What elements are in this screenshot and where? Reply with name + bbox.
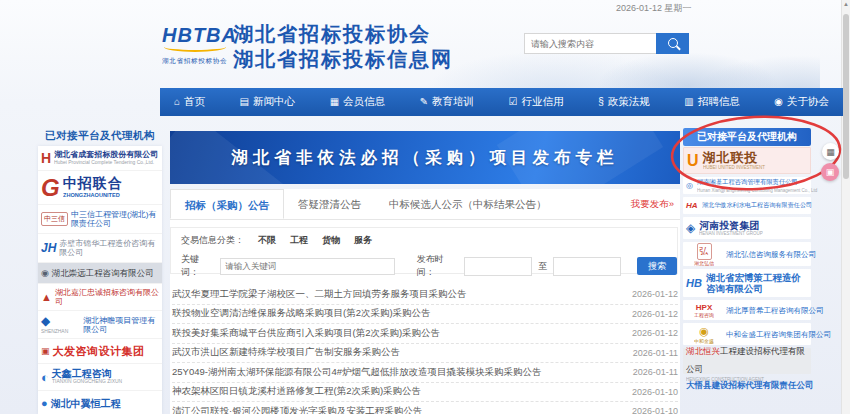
agency-item[interactable]: 弘 湖北弘信 湖北弘信咨询服务有限公司 — [683, 242, 811, 266]
announcement-item[interactable]: 联投物业空调清洁维保服务战略采购项目(第2次采购)采购公告2026-01-12 — [172, 305, 678, 325]
qr-code-icon: ▦ — [826, 147, 835, 157]
tab-clarification-announcement[interactable]: 答疑澄清公告 — [284, 189, 375, 219]
nav-label: 教育培训 — [432, 95, 474, 109]
announcement-date: 2026-01-12 — [632, 289, 678, 299]
agency-name: 湖北弘信咨询服务有限公司 — [726, 250, 816, 259]
banner-title: 湖北省非依法必招（采购）项目发布专栏 — [170, 131, 680, 184]
agency-logo: ◆ — [41, 314, 80, 328]
announcement-date: 2026-01-10 — [632, 387, 678, 397]
agency-logo-caption: 中和金盛 — [694, 339, 714, 342]
announcement-item[interactable]: 武汉华夏理工学院梁子湖校区一、二期土方回填劳务服务项目采购公告2026-01-1… — [172, 285, 678, 305]
agency-item[interactable]: 湖北恒兴工程建设招标代理有限公司 HENGXING CONSTRUCTION A… — [683, 348, 811, 374]
nav-item-policy[interactable]: §政策法规 — [598, 95, 650, 109]
agency-name: 大发咨询设计集团 — [53, 347, 145, 356]
news-icon: ▤ — [240, 97, 249, 107]
agency-logo: ● — [41, 397, 48, 409]
qr-code-button[interactable]: ▦ — [822, 143, 839, 160]
agency-item[interactable]: ◆ SHENZHAN 湖北神瞻项目管理有限公司 — [38, 311, 162, 339]
announcement-item[interactable]: 神农架林区阳日镇龙溪村道路修复工程(第2次采购)采购公告2026-01-10 — [172, 383, 678, 403]
filter-option-services[interactable]: 服务 — [354, 234, 372, 247]
keyword-input[interactable] — [220, 258, 394, 275]
filter-option-goods[interactable]: 货物 — [322, 234, 340, 247]
agency-item[interactable]: ◉ 湖北崇远工程咨询有限公司 — [38, 263, 162, 284]
announcement-item[interactable]: 武汉市洪山区新建特殊学校项目广告制安服务采购公告2026-01-11 — [172, 344, 678, 364]
filter-option-engineering[interactable]: 工程 — [290, 234, 308, 247]
agency-item[interactable]: ◈ 河南投资集团 HENAN INVESTMENT GROUP — [683, 217, 811, 239]
agency-item[interactable]: G 中招联合 ZHONGZHAOUNITED — [38, 171, 162, 205]
announcement-title: 武汉市洪山区新建特殊学校项目广告制安服务采购公告 — [172, 346, 625, 359]
tab-winner-publicity[interactable]: 中标候选人公示（中标结果公告） — [375, 189, 561, 219]
scrollbar-up-arrow-icon[interactable]: ▲ — [842, 1, 850, 7]
education-icon: ✎ — [420, 97, 428, 107]
announcement-item[interactable]: 联投美好集采商城平台供应商引入采购项目(第2次采购)采购公告2026-01-12 — [172, 324, 678, 344]
policy-icon: § — [598, 97, 604, 107]
nav-label: 关于协会 — [787, 95, 829, 109]
agency-logo-caption: 湖北弘信 — [694, 261, 714, 264]
agency-name: 湖北厚普希工程咨询有限公司 — [726, 306, 824, 315]
agency-logo-caption: 工程咨询 — [694, 313, 714, 316]
nav-item-credit[interactable]: ☑行业信用 — [509, 95, 564, 109]
agency-item[interactable]: ▣ 大发咨询设计集团 — [38, 339, 162, 364]
current-date: 2026-01-12 星期一 — [616, 2, 692, 15]
agency-item[interactable]: ▲ 湖北嘉汇忠诚招标咨询有限公司 — [38, 284, 162, 311]
wechat-service-button[interactable]: ▣ — [821, 163, 839, 181]
publish-link[interactable]: 我要发布» — [631, 189, 680, 219]
announcement-date: 2026-01-12 — [632, 309, 678, 319]
agency-logo: HA — [686, 201, 698, 210]
agency-name: 湖北嘉汇忠诚招标咨询有限公司 — [55, 288, 159, 306]
agency-name: 湖北省宏博策工程造价咨询有限公司 — [706, 272, 808, 294]
scrollbar-thumb[interactable] — [843, 14, 849, 179]
agency-item[interactable]: HB 湖北省宏博策工程造价咨询有限公司 — [683, 269, 811, 297]
main-nav: ⌂首页 ▤新闻中心 ▦会员信息 ✎教育培训 ☑行业信用 §政策法规 ▥招聘信息 … — [160, 88, 843, 116]
announcement-item[interactable]: 25Y049-湖州南太湖环保能源有限公司4#炉烟气超低排放改造项目撬装模块采购采… — [172, 363, 678, 383]
agency-item[interactable]: HA 湖北华傲水利水电工程咨询有限责任公司 — [683, 197, 811, 214]
announcement-title: 武汉华夏理工学院梁子湖校区一、二期土方回填劳务服务项目采购公告 — [172, 288, 624, 301]
agency-item-hubei-united[interactable]: U 湖北联投 HUBEI UNITED INVESTMENT — [683, 147, 811, 174]
search-button[interactable] — [656, 33, 689, 54]
tab-bid-announcement[interactable]: 招标（采购）公告 — [170, 189, 284, 219]
agency-name-en: TIANXIN GONGCHENG ZIXUN — [52, 380, 111, 384]
date-from-input[interactable] — [464, 257, 532, 276]
category-filter-label: 交易信息分类： — [181, 234, 244, 247]
agency-item[interactable]: HPX 工程咨询 湖北厚普希工程咨询有限公司 — [683, 300, 811, 320]
announcement-title: 清江公司联投·银河公园楼顶发光字采购及安装工程采购公告 — [172, 405, 624, 414]
nav-item-about[interactable]: ◉关于协会 — [774, 95, 829, 109]
agency-name-en: ZHONGZHAOUNITED — [63, 191, 120, 197]
agency-logo: ◈ — [686, 221, 695, 235]
agency-item[interactable]: H 湖北省成套招标股份有限公司 Hubei Provincial Complet… — [38, 146, 162, 171]
agency-item[interactable]: JH 赤壁市锦华工程造价咨询有限公司 — [38, 234, 162, 263]
agency-name-en: SHENZHAN — [41, 330, 63, 334]
nav-item-education[interactable]: ✎教育培训 — [420, 95, 474, 109]
announcement-title: 25Y049-湖州南太湖环保能源有限公司4#炉烟气超低排放改造项目撬装模块采购采… — [172, 366, 625, 379]
nav-label: 政策法规 — [608, 95, 650, 109]
announcement-date: 2026-01-11 — [633, 367, 678, 377]
agency-name-en: Hunan Xiangji Engineering Consulting Man… — [697, 189, 753, 192]
agency-item[interactable]: ● 湖北中翼恒工程 — [38, 391, 162, 414]
date-to-input[interactable] — [553, 257, 621, 276]
keyword-label: 关键词： — [181, 253, 214, 279]
agency-logo: ◉ — [699, 325, 709, 338]
filter-search-button[interactable]: 搜索 — [637, 257, 677, 275]
announcement-item[interactable]: 清江公司联投·银河公园楼顶发光字采购及安装工程采购公告2026-01-10 — [172, 402, 678, 414]
agency-logo: ▣ — [41, 346, 50, 356]
announcement-title: 联投美好集采商城平台供应商引入采购项目(第2次采购)采购公告 — [172, 327, 624, 340]
announcement-title: 神农架林区阳日镇龙溪村道路修复工程(第2次采购)采购公告 — [172, 385, 624, 398]
agency-name: 河南投资集团 — [699, 221, 808, 230]
agency-name: 湖北神瞻项目管理有限公司 — [83, 316, 159, 334]
banner: 湖北省非依法必招（采购）项目发布专栏 — [170, 131, 680, 184]
agency-item[interactable]: ◐ 天鑫工程咨询 TIANXIN GONGCHENG ZIXUN — [38, 364, 162, 391]
scrollbar[interactable]: ▲ — [841, 0, 850, 414]
agency-logo: ▲ — [41, 291, 52, 303]
agency-logo: 弘 — [697, 243, 712, 260]
agency-item[interactable]: 中三信 中三信工程管理(湖北)有限责任公司 — [38, 205, 162, 234]
filter-option-all[interactable]: 不限 — [258, 234, 276, 247]
search-input[interactable] — [524, 33, 662, 54]
left-sidebar-agency-list: H 湖北省成套招标股份有限公司 Hubei Provincial Complet… — [38, 146, 162, 414]
agency-item[interactable]: ◎ 湖南湘基工程咨询管理有限责任公司 Hunan Xiangji Enginee… — [683, 177, 811, 194]
agency-name: 湖北联投 — [703, 151, 807, 164]
nav-label: 行业信用 — [522, 95, 564, 109]
nav-item-home[interactable]: ⌂首页 — [174, 95, 205, 109]
nav-item-news[interactable]: ▤新闻中心 — [240, 95, 295, 109]
nav-item-recruitment[interactable]: ▥招聘信息 — [684, 95, 739, 109]
nav-item-members[interactable]: ▦会员信息 — [330, 95, 385, 109]
